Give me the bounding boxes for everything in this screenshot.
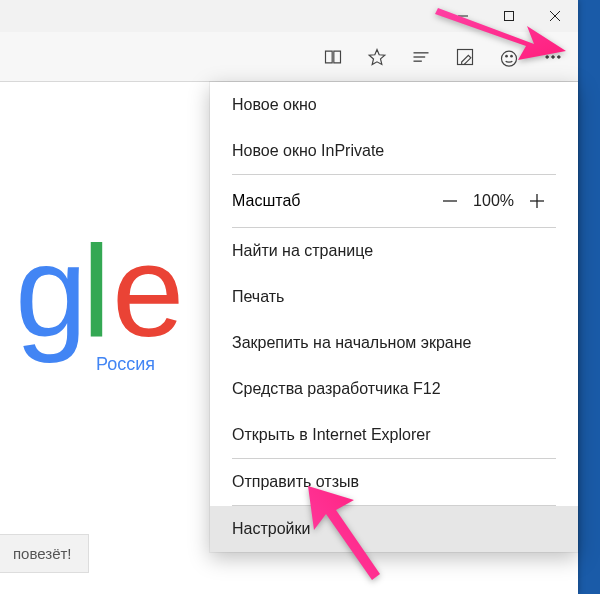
menu-zoom-row: Масштаб 100% xyxy=(210,175,578,227)
arrow-annotation-settings xyxy=(276,480,406,594)
google-logo: g l e Россия xyxy=(50,256,210,376)
country-label: Россия xyxy=(96,354,155,375)
reading-view-icon[interactable] xyxy=(322,46,344,68)
menu-pin[interactable]: Закрепить на начальном экране xyxy=(210,320,578,366)
zoom-value: 100% xyxy=(473,192,514,210)
zoom-in-button[interactable] xyxy=(518,189,556,213)
menu-print[interactable]: Печать xyxy=(210,274,578,320)
favorite-icon[interactable] xyxy=(366,46,388,68)
zoom-out-button[interactable] xyxy=(431,189,469,213)
menu-open-ie[interactable]: Открыть в Internet Explorer xyxy=(210,412,578,458)
zoom-label: Масштаб xyxy=(232,192,431,210)
arrow-annotation-more xyxy=(426,0,576,70)
menu-new-window[interactable]: Новое окно xyxy=(210,82,578,128)
lucky-button[interactable]: повезёт! xyxy=(0,534,89,573)
menu-new-inprivate[interactable]: Новое окно InPrivate xyxy=(210,128,578,174)
menu-devtools[interactable]: Средства разработчика F12 xyxy=(210,366,578,412)
menu-find[interactable]: Найти на странице xyxy=(210,228,578,274)
